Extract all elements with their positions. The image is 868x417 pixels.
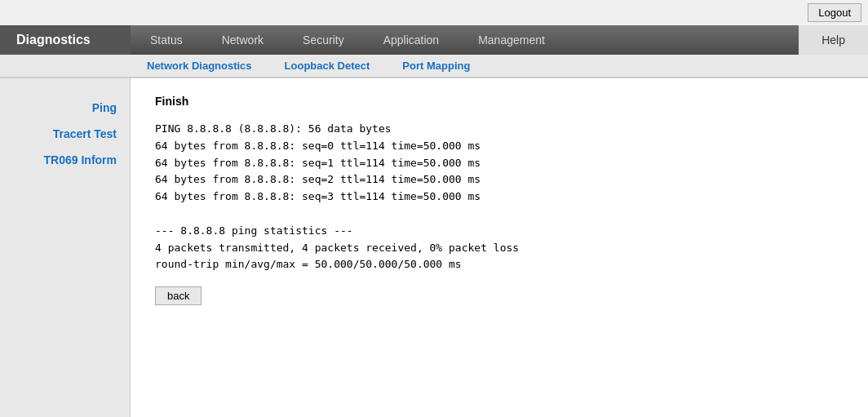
nav-item-status[interactable]: Status [131, 27, 202, 53]
sidebar: Ping Tracert Test TR069 Inform [0, 78, 131, 417]
subnav-network-diag[interactable]: Network Diagnostics [131, 55, 268, 77]
ping-stats-line3: round-trip min/avg/max = 50.000/50.000/5… [155, 256, 844, 273]
content-area: Finish PING 8.8.8.8 (8.8.8.8): 56 data b… [131, 78, 868, 417]
brand: Diagnostics [0, 25, 131, 55]
ping-output: PING 8.8.8.8 (8.8.8.8): 56 data bytes 64… [155, 121, 844, 273]
main-nav: Diagnostics Status Network Security Appl… [0, 25, 868, 55]
ping-line4: 64 bytes from 8.8.8.8: seq=2 ttl=114 tim… [155, 171, 844, 189]
finish-label: Finish [155, 95, 844, 108]
ping-line5: 64 bytes from 8.8.8.8: seq=3 ttl=114 tim… [155, 189, 844, 206]
sub-nav: Network Diagnostics Loopback Detect Port… [0, 55, 868, 78]
top-bar: Logout [0, 0, 868, 25]
nav-item-management[interactable]: Management [458, 27, 565, 53]
nav-items: Status Network Security Application Mana… [131, 25, 799, 55]
ping-stats-line2: 4 packets transmitted, 4 packets receive… [155, 240, 844, 257]
sidebar-item-tracert[interactable]: Tracert Test [0, 121, 130, 147]
nav-item-application[interactable]: Application [364, 27, 459, 53]
layout: Ping Tracert Test TR069 Inform Finish PI… [0, 78, 868, 417]
help-button[interactable]: Help [799, 25, 868, 55]
ping-line2: 64 bytes from 8.8.8.8: seq=0 ttl=114 tim… [155, 138, 844, 155]
ping-line3: 64 bytes from 8.8.8.8: seq=1 ttl=114 tim… [155, 155, 844, 172]
nav-item-network[interactable]: Network [202, 27, 283, 53]
sidebar-item-tr069[interactable]: TR069 Inform [0, 147, 130, 173]
ping-line1: PING 8.8.8.8 (8.8.8.8): 56 data bytes [155, 121, 844, 138]
back-button[interactable]: back [155, 286, 202, 305]
subnav-loopback[interactable]: Loopback Detect [268, 55, 387, 77]
ping-stats-line1: --- 8.8.8.8 ping statistics --- [155, 223, 844, 240]
sidebar-item-ping[interactable]: Ping [0, 95, 130, 121]
logout-button[interactable]: Logout [808, 3, 861, 22]
subnav-port-mapping[interactable]: Port Mapping [386, 55, 486, 77]
nav-item-security[interactable]: Security [283, 27, 364, 53]
